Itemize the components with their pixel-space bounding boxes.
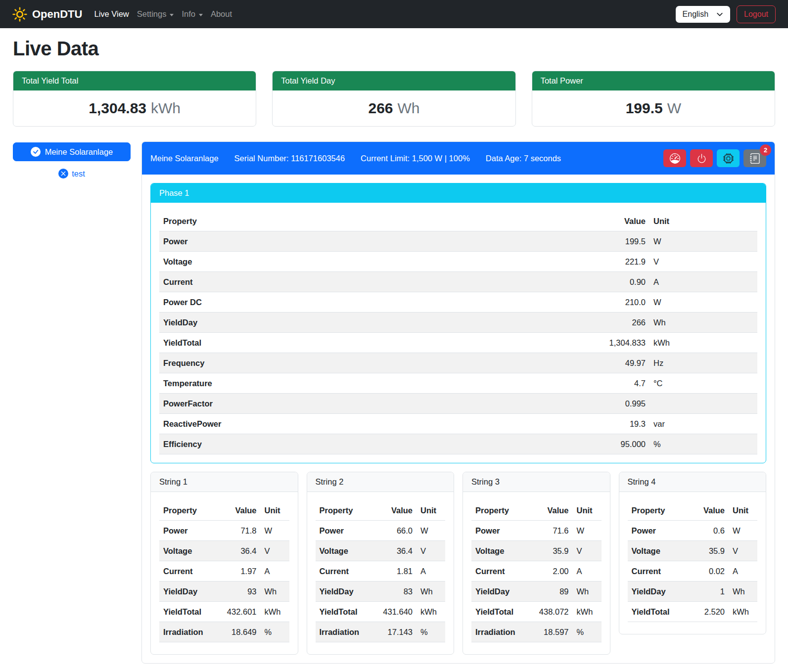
column-header-unit: Unit <box>729 500 757 521</box>
column-header-property: Property <box>628 500 683 521</box>
property-cell: Current <box>159 561 214 582</box>
table-row: YieldDay266Wh <box>159 313 757 333</box>
property-cell: Current <box>628 561 683 582</box>
column-header-value: Value <box>370 500 417 521</box>
page-container: Live Data Total Yield Total 1,304.83kWh … <box>0 28 788 672</box>
table-header-row: Property Value Unit <box>471 500 602 521</box>
string-card-3: String 3 Property Value Unit <box>463 472 610 655</box>
unit-cell: Wh <box>649 313 757 333</box>
inverter-selected-button[interactable]: Meine Solaranlage <box>13 142 131 161</box>
value-cell: 35.9 <box>682 541 729 561</box>
unit-cell: Wh <box>573 582 602 602</box>
column-header-unit: Unit <box>573 500 602 521</box>
string-table: Property Value Unit Power71.6WVoltage35.… <box>471 500 602 642</box>
device-info-button[interactable] <box>717 149 740 167</box>
unit-cell: kWh <box>729 602 757 622</box>
unit-cell: kWh <box>261 602 289 622</box>
brand[interactable]: OpenDTU <box>12 7 82 22</box>
event-log-button[interactable]: 2 <box>743 149 766 167</box>
property-cell: YieldDay <box>159 313 594 333</box>
column-header-value: Value <box>594 211 649 231</box>
table-row: Temperature4.7°C <box>159 373 757 394</box>
value-cell: 0.02 <box>682 561 729 582</box>
language-select[interactable]: English <box>676 6 730 23</box>
value-cell: 438.072 <box>526 602 573 622</box>
power-button[interactable] <box>690 149 713 167</box>
nav-item-live-view[interactable]: Live View <box>90 5 133 23</box>
summary-unit: kWh <box>151 100 181 116</box>
value-cell: 19.3 <box>594 414 649 434</box>
inverter-data-age: Data Age: 7 seconds <box>486 154 561 163</box>
inverter-card: Meine Solaranlage Serial Number: 1161716… <box>141 141 775 664</box>
table-row: Voltage36.4V <box>316 541 446 561</box>
value-cell: 93 <box>214 582 261 602</box>
table-row: YieldTotal431.640kWh <box>316 602 446 622</box>
property-cell: YieldDay <box>628 582 683 602</box>
table-row: YieldTotal438.072kWh <box>471 602 602 622</box>
string-table: Property Value Unit Power66.0WVoltage36.… <box>316 500 446 642</box>
column-header-property: Property <box>316 500 371 521</box>
value-cell: 36.4 <box>214 541 261 561</box>
phase-card-title: Phase 1 <box>151 183 766 203</box>
nav-item-info[interactable]: Info <box>178 5 207 23</box>
nav-item-label: About <box>211 9 232 19</box>
summary-card-total-yield-day: Total Yield Day 266Wh <box>272 71 515 127</box>
inverter-inactive-item[interactable]: test <box>58 169 85 179</box>
x-circle-icon <box>58 169 68 179</box>
table-row: Power199.5W <box>159 231 757 252</box>
language-select-value: English <box>683 10 708 19</box>
unit-cell: % <box>261 622 289 642</box>
value-cell: 1 <box>682 582 729 602</box>
column-header-unit: Unit <box>417 500 445 521</box>
property-cell: Power <box>159 231 594 252</box>
property-cell: Voltage <box>628 541 683 561</box>
unit-cell: W <box>261 521 289 541</box>
table-row: Irradiation18.597% <box>471 622 602 642</box>
column-header-property: Property <box>159 211 594 231</box>
property-cell: Voltage <box>159 252 594 272</box>
unit-cell: Wh <box>261 582 289 602</box>
table-row: Current0.90A <box>159 272 757 292</box>
inverter-name: Meine Solaranlage <box>150 154 219 163</box>
nav-item-settings[interactable]: Settings <box>133 5 178 23</box>
nav-item-about[interactable]: About <box>207 5 236 23</box>
unit-cell <box>649 394 757 414</box>
content-row: Meine Solaranlage test Meine Solaranlage… <box>13 141 775 664</box>
table-header-row: Property Value Unit <box>159 211 757 231</box>
unit-cell: A <box>729 561 757 582</box>
summary-card-title: Total Yield Day <box>273 71 515 90</box>
value-cell: 36.4 <box>370 541 417 561</box>
table-row: Current0.02A <box>628 561 758 582</box>
summary-value: 199.5 <box>626 100 663 116</box>
string-card-2: String 2 Property Value Unit <box>307 472 455 655</box>
column-header-value: Value <box>682 500 729 521</box>
table-header-row: Property Value Unit <box>316 500 446 521</box>
table-row: YieldTotal1,304.833kWh <box>159 333 757 353</box>
summary-card-title: Total Yield Total <box>13 71 256 90</box>
unit-cell: A <box>649 272 757 292</box>
unit-cell: % <box>573 622 602 642</box>
table-row: Power66.0W <box>316 521 446 541</box>
table-row: Voltage221.9V <box>159 252 757 272</box>
unit-cell: W <box>573 521 602 541</box>
caret-down-icon <box>170 14 174 16</box>
value-cell: 18.597 <box>526 622 573 642</box>
logout-button[interactable]: Logout <box>737 5 776 23</box>
string-card-title: String 2 <box>307 472 454 492</box>
property-cell: YieldTotal <box>316 602 371 622</box>
unit-cell: W <box>649 292 757 313</box>
property-cell: Current <box>471 561 526 582</box>
unit-cell: Wh <box>729 582 757 602</box>
property-cell: Current <box>316 561 371 582</box>
navbar-right: English Logout <box>676 5 776 23</box>
sun-icon <box>12 7 27 22</box>
value-cell: 199.5 <box>594 231 649 252</box>
value-cell: 71.8 <box>214 521 261 541</box>
table-header-row: Property Value Unit <box>628 500 758 521</box>
unit-cell: kWh <box>649 333 757 353</box>
table-row: Voltage35.9V <box>471 541 602 561</box>
limit-settings-button[interactable] <box>663 149 686 167</box>
property-cell: Power <box>471 521 526 541</box>
property-cell: YieldTotal <box>159 602 214 622</box>
unit-cell: Wh <box>417 582 445 602</box>
